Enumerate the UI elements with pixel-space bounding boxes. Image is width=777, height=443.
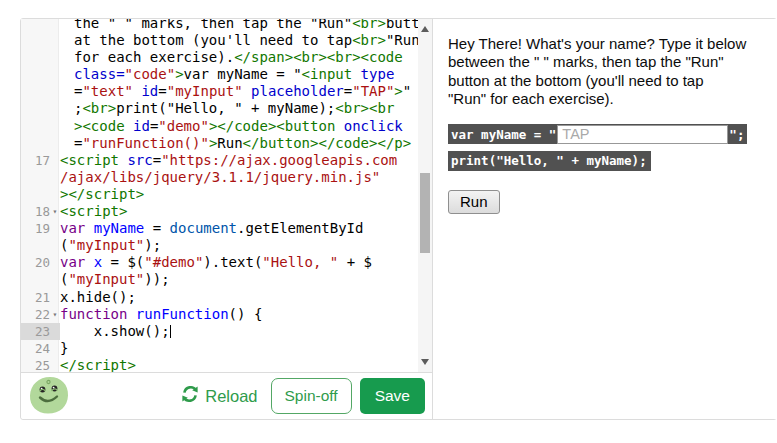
fold-arrow-icon[interactable]: ▾ xyxy=(50,203,60,220)
editor-line[interactable]: 20var x = $("#demo").text("Hello, " + $ xyxy=(21,254,418,271)
fold-spacer xyxy=(50,169,60,186)
fold-arrow-icon[interactable]: ▾ xyxy=(50,306,60,323)
line-number xyxy=(21,271,60,288)
line-number xyxy=(21,66,60,83)
fold-spacer xyxy=(50,323,60,340)
fold-spacer xyxy=(50,19,60,32)
editor-lines: the " " marks, then tap the "Run"<br>but… xyxy=(21,19,418,372)
reload-label: Reload xyxy=(205,387,257,406)
code-stripe: var myName = ""; xyxy=(448,124,747,144)
editor-line[interactable]: 17<script src="https://ajax.googleapis.c… xyxy=(21,152,418,169)
run-button[interactable]: Run xyxy=(448,190,500,214)
fold-spacer xyxy=(50,340,60,357)
reload-button[interactable]: Reload xyxy=(181,385,257,407)
editor-line[interactable]: 18▾<script> xyxy=(21,203,418,220)
code-after-input: "; xyxy=(729,127,744,142)
editor-line[interactable]: ="text" id="myInput" placeholder="TAP">" xyxy=(21,83,418,100)
fold-spacer xyxy=(50,220,60,237)
editor-line[interactable]: ="runFunction()">Run</button></code></p> xyxy=(21,135,418,152)
editor-line[interactable]: ("myInput")); xyxy=(21,271,418,288)
fold-spacer xyxy=(50,49,60,66)
editor-line[interactable]: ><code id="demo"></code><button onclick xyxy=(21,118,418,135)
editor-line[interactable]: 21x.hide(); xyxy=(21,289,418,306)
fold-spacer xyxy=(50,83,60,100)
scroll-down-arrow-icon[interactable] xyxy=(418,354,432,369)
editor-line[interactable]: for each exercise).</span><br><br><code xyxy=(21,49,418,66)
text-cursor xyxy=(170,325,171,338)
name-input[interactable] xyxy=(557,125,728,144)
editor-line[interactable]: 24} xyxy=(21,340,418,357)
code-before-input: var myName = " xyxy=(451,127,556,142)
code-line-2: print("Hello, " + myName); xyxy=(448,151,764,171)
fold-spacer xyxy=(50,118,60,135)
trinket-embed: the " " marks, then tap the "Run"<br>but… xyxy=(20,18,777,420)
editor-line[interactable]: 23 x.show(); xyxy=(21,323,418,340)
line-number: 18▾ xyxy=(21,203,60,220)
line-number xyxy=(21,118,60,135)
code-line-1: var myName = ""; xyxy=(448,124,764,144)
fold-spacer xyxy=(50,186,60,203)
code-stripe: print("Hello, " + myName); xyxy=(448,151,651,171)
spin-off-button[interactable]: Spin-off xyxy=(271,378,352,414)
editor-line[interactable]: 19var myName = document.getElementById xyxy=(21,220,418,237)
fold-spacer xyxy=(50,152,60,169)
line-number xyxy=(21,100,60,117)
editor-line[interactable]: the " " marks, then tap the "Run"<br>but… xyxy=(21,19,418,32)
line-number xyxy=(21,135,60,152)
line-number: 23 xyxy=(21,323,60,340)
line-number xyxy=(21,83,60,100)
trinket-logo[interactable] xyxy=(27,375,71,420)
line-number: 22▾ xyxy=(21,306,60,323)
editor-toolbar: Reload Spin-off Save xyxy=(21,372,432,419)
fold-spacer xyxy=(50,357,60,372)
line-number xyxy=(21,169,60,186)
line-number: 25 xyxy=(21,357,60,372)
fold-spacer xyxy=(50,271,60,288)
output-pane: Hey There! What's your name? Type it bel… xyxy=(433,19,777,419)
fold-spacer xyxy=(50,32,60,49)
editor-line[interactable]: ></script> xyxy=(21,186,418,203)
scrollbar-thumb[interactable] xyxy=(420,173,430,253)
instructions-text: Hey There! What's your name? Type it bel… xyxy=(448,35,764,108)
scroll-up-arrow-icon[interactable] xyxy=(418,22,432,37)
fold-spacer xyxy=(50,237,60,254)
reload-icon xyxy=(181,385,199,407)
code-editor[interactable]: the " " marks, then tap the "Run"<br>but… xyxy=(21,19,432,372)
fold-spacer xyxy=(50,66,60,83)
editor-line[interactable]: class="code">var myName = "<input type xyxy=(21,66,418,83)
fold-spacer xyxy=(50,135,60,152)
line-number xyxy=(21,32,60,49)
line-number xyxy=(21,186,60,203)
editor-line[interactable]: 22▾function runFunction() { xyxy=(21,306,418,323)
line-number: 20 xyxy=(21,254,60,271)
editor-line[interactable]: 25</script> xyxy=(21,357,418,372)
editor-scrollbar[interactable] xyxy=(418,19,432,372)
line-number xyxy=(21,49,60,66)
line-number: 21 xyxy=(21,289,60,306)
line-number xyxy=(21,237,60,254)
line-number: 24 xyxy=(21,340,60,357)
editor-line[interactable]: ("myInput"); xyxy=(21,237,418,254)
editor-line[interactable]: at the bottom (you'll need to tap<br>"Ru… xyxy=(21,32,418,49)
editor-line[interactable]: /ajax/libs/jquery/3.1.1/jquery.min.js" xyxy=(21,169,418,186)
editor-pane: the " " marks, then tap the "Run"<br>but… xyxy=(21,19,433,419)
editor-line[interactable]: ;<br>print("Hello, " + myName);<br><br xyxy=(21,100,418,117)
fold-spacer xyxy=(50,254,60,271)
fold-spacer xyxy=(50,289,60,306)
line-number: 19 xyxy=(21,220,60,237)
save-button[interactable]: Save xyxy=(360,378,425,414)
line-number xyxy=(21,19,60,32)
fold-spacer xyxy=(50,100,60,117)
line-number: 17 xyxy=(21,152,60,169)
